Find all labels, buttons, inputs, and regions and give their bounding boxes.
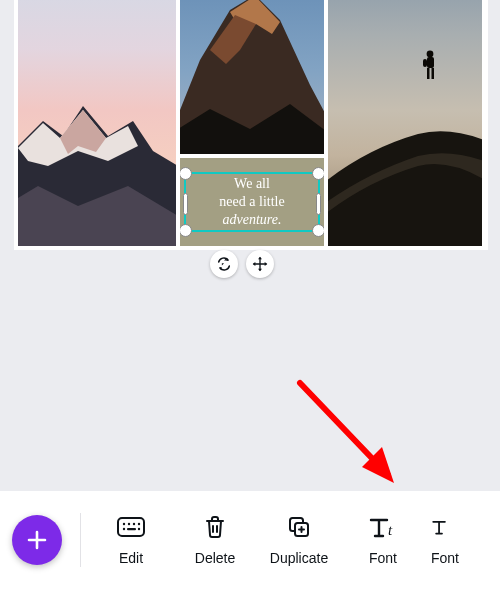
resize-handle-tl[interactable] <box>180 167 192 180</box>
rotate-icon <box>216 256 232 272</box>
plus-icon <box>25 528 49 552</box>
photo-left-mountain[interactable] <box>18 0 176 246</box>
fontsize-label: Font <box>431 550 459 566</box>
volcano-foreground <box>180 94 324 154</box>
svg-rect-11 <box>432 68 435 79</box>
bottom-toolbar: Edit Delete Duplicate <box>0 491 500 589</box>
font-icon: t <box>368 514 398 540</box>
svg-point-21 <box>138 528 140 530</box>
edit-tool[interactable]: Edit <box>89 514 173 566</box>
svg-rect-10 <box>427 68 430 79</box>
svg-rect-22 <box>127 528 136 530</box>
edit-label: Edit <box>119 550 143 566</box>
hiker-silhouette <box>420 49 442 83</box>
svg-point-18 <box>133 523 135 525</box>
delete-tool[interactable]: Delete <box>173 514 257 566</box>
svg-marker-2 <box>60 110 106 154</box>
svg-text:t: t <box>388 522 393 538</box>
resize-handle-br[interactable] <box>312 224 324 237</box>
svg-rect-15 <box>118 518 144 536</box>
photo-middle-volcano[interactable] <box>180 0 324 154</box>
selection-box[interactable] <box>184 172 320 232</box>
design-canvas[interactable]: We all need a little adventure. <box>14 0 488 250</box>
duplicate-label: Duplicate <box>270 550 328 566</box>
svg-point-19 <box>138 523 140 525</box>
svg-marker-14 <box>362 447 394 483</box>
svg-point-8 <box>427 51 434 58</box>
resize-handle-l[interactable] <box>183 193 188 215</box>
move-icon <box>252 256 268 272</box>
font-tool[interactable]: t Font <box>341 514 425 566</box>
svg-line-13 <box>300 383 388 475</box>
svg-point-20 <box>123 528 125 530</box>
toolbar-separator <box>80 513 81 567</box>
mountain-shape <box>18 66 176 246</box>
rotate-button[interactable] <box>210 250 238 278</box>
svg-rect-12 <box>423 59 427 67</box>
duplicate-icon <box>287 514 311 540</box>
duplicate-tool[interactable]: Duplicate <box>257 514 341 566</box>
resize-handle-r[interactable] <box>316 193 321 215</box>
add-button[interactable] <box>12 515 62 565</box>
delete-label: Delete <box>195 550 235 566</box>
hill-shape <box>328 56 482 246</box>
move-button[interactable] <box>246 250 274 278</box>
fontsize-icon <box>431 514 453 540</box>
keyboard-icon <box>117 514 145 540</box>
photo-right-hiker[interactable] <box>328 0 482 246</box>
fontsize-tool[interactable]: Font <box>425 514 467 566</box>
quote-card[interactable]: We all need a little adventure. <box>180 158 324 246</box>
resize-handle-tr[interactable] <box>312 167 324 180</box>
annotation-arrow <box>290 375 430 505</box>
font-label: Font <box>369 550 397 566</box>
svg-point-16 <box>123 523 125 525</box>
trash-icon <box>204 514 226 540</box>
svg-rect-9 <box>427 57 434 68</box>
svg-marker-7 <box>180 104 324 154</box>
svg-point-17 <box>128 523 130 525</box>
